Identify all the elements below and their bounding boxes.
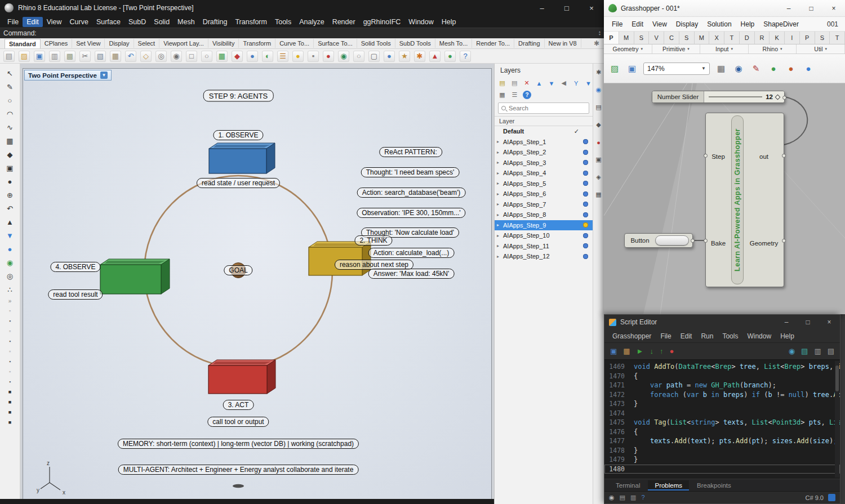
mini-tool-icon[interactable]: ▫ bbox=[5, 306, 15, 315]
toolbar-tab[interactable]: SubD Tools bbox=[395, 39, 435, 48]
menu-view[interactable]: View bbox=[43, 17, 66, 27]
gh-menu-shapediver[interactable]: ShapeDiver bbox=[759, 19, 803, 30]
button-output-nub[interactable] bbox=[691, 239, 695, 243]
menu-render[interactable]: Render bbox=[328, 17, 359, 27]
panel-grid-icon[interactable]: ▦ bbox=[594, 190, 603, 199]
menu-ggrhinoifc[interactable]: ggRhinoIFC bbox=[359, 17, 405, 27]
code-line[interactable]: 1471 var path = new GH_Path(branch); bbox=[604, 381, 840, 390]
layers-search-input[interactable] bbox=[509, 105, 576, 111]
gh-subcategory[interactable]: Geometry▾ bbox=[604, 44, 652, 53]
panel-gem-icon[interactable]: ◈ bbox=[594, 173, 603, 181]
code-line[interactable]: 1473} bbox=[604, 399, 840, 409]
se-tab-problems[interactable]: Problems bbox=[648, 480, 689, 490]
points-tool-icon[interactable]: ∴ bbox=[3, 283, 17, 296]
zoom-combo[interactable]: 147% ▼ bbox=[643, 63, 710, 75]
gh-component-tab[interactable]: M bbox=[695, 32, 710, 44]
menu-subd[interactable]: SubD bbox=[124, 17, 150, 27]
preview-shaded-icon[interactable]: ● bbox=[785, 63, 797, 75]
layer-row[interactable]: ▸AIApps_Step_5 bbox=[495, 179, 593, 189]
gumball-icon[interactable]: ● bbox=[247, 51, 258, 62]
toolbar-tab[interactable]: Drafting bbox=[514, 39, 545, 48]
gh-component-tab[interactable]: I bbox=[785, 32, 800, 44]
step-into-icon[interactable]: ↓ bbox=[650, 347, 653, 355]
material-sphere-icon[interactable]: ● bbox=[3, 243, 17, 255]
slider-grip[interactable] bbox=[775, 94, 781, 100]
mini-tool-icon[interactable]: ■ bbox=[5, 408, 15, 417]
layer-row[interactable]: ▸AIApps_Step_9 bbox=[495, 220, 593, 231]
layer-row[interactable]: ▸AIApps_Step_1 bbox=[495, 137, 593, 148]
code-line[interactable]: 1474 bbox=[604, 409, 840, 418]
output-geometry[interactable]: Geometry bbox=[750, 240, 779, 247]
run-icon[interactable]: ► bbox=[637, 347, 644, 355]
code-line[interactable]: 1477 texts.Add(text); pts.Add(pt); sizes… bbox=[604, 436, 840, 446]
slider-track[interactable]: 12 bbox=[704, 91, 784, 102]
panel-gear-icon[interactable]: ✱ bbox=[594, 68, 603, 77]
help-icon[interactable]: ? bbox=[641, 494, 644, 501]
toolbar-tab[interactable]: Standard bbox=[5, 39, 41, 48]
grid-view-icon[interactable]: ▦ bbox=[498, 91, 506, 99]
wand-icon[interactable]: ★ bbox=[399, 51, 410, 62]
viewport-layout-icon[interactable]: ▦ bbox=[216, 51, 228, 62]
se-menu-run[interactable]: Run bbox=[696, 331, 718, 341]
layer-row[interactable]: ▸AIApps_Step_2 bbox=[495, 147, 593, 158]
copy-icon[interactable]: ▧ bbox=[95, 51, 106, 62]
toolbar-tab[interactable]: Transform bbox=[239, 39, 275, 48]
lamp-icon[interactable]: ● bbox=[292, 51, 304, 62]
gh-component-tab[interactable]: K bbox=[770, 32, 785, 44]
layer-visibility-bulb-icon[interactable] bbox=[583, 212, 588, 217]
gh-component-tab[interactable]: M bbox=[619, 32, 634, 44]
zoom-window-icon[interactable]: ◉ bbox=[171, 51, 182, 62]
viewport[interactable]: z y x STEP 9: AGENTS1. OBSERVEread state… bbox=[23, 68, 492, 499]
list-view-icon[interactable]: ☰ bbox=[510, 91, 519, 99]
gh-subcategory[interactable]: Primitive▾ bbox=[652, 44, 701, 53]
minimize-icon[interactable]: – bbox=[777, 1, 800, 16]
funnel-icon[interactable]: ▼ bbox=[584, 79, 593, 87]
boolean-tool-icon[interactable]: ⊕ bbox=[3, 189, 17, 201]
split-horizontal-icon[interactable]: ▤ bbox=[828, 347, 834, 355]
gear-icon[interactable]: ✱ bbox=[414, 51, 425, 62]
toolbar-tab[interactable]: Visibility bbox=[208, 39, 239, 48]
watch-icon[interactable]: ◉ bbox=[789, 347, 795, 355]
bake-input-nub[interactable] bbox=[704, 239, 708, 243]
log-icon[interactable]: ▤ bbox=[620, 494, 625, 501]
gh-subcategory[interactable]: Util▾ bbox=[797, 44, 845, 53]
mini-tool-icon[interactable]: ■ bbox=[5, 418, 15, 427]
sphere-green-icon[interactable]: ● bbox=[444, 51, 456, 62]
number-slider-component[interactable]: Number Slider 12 bbox=[652, 91, 785, 103]
layers-search[interactable] bbox=[498, 102, 589, 114]
mini-tool-icon[interactable]: ■ bbox=[5, 387, 15, 396]
surface-tool-icon[interactable]: ▦ bbox=[3, 135, 17, 147]
open-document-icon[interactable]: ▨ bbox=[608, 63, 621, 75]
menu-window[interactable]: Window bbox=[404, 17, 437, 27]
pipe-tool-icon[interactable]: ◎ bbox=[3, 270, 17, 282]
help-icon[interactable]: ? bbox=[523, 91, 531, 99]
command-scroll-icon[interactable]: ▴▾ bbox=[599, 30, 601, 36]
gh-button-component[interactable]: Button bbox=[624, 233, 693, 248]
preview-icon[interactable]: ◉ bbox=[732, 63, 745, 75]
print-icon[interactable]: ▥ bbox=[49, 51, 60, 62]
zoom-defaults-icon[interactable]: ▦ bbox=[715, 63, 727, 75]
new-file-icon[interactable]: ▤ bbox=[3, 51, 15, 62]
render-icon[interactable]: ● bbox=[323, 51, 334, 62]
toolbar-tab[interactable]: CPlanes bbox=[41, 39, 73, 48]
code-line[interactable]: 1475void Tag(List<string> texts, List<Po… bbox=[604, 418, 840, 427]
layer-row[interactable]: ▸AIApps_Step_7 bbox=[495, 199, 593, 210]
sketch-icon[interactable]: ✎ bbox=[750, 63, 762, 75]
minimize-icon[interactable]: – bbox=[776, 315, 797, 329]
object-snap-icon[interactable]: ☰ bbox=[277, 51, 288, 62]
learn-apps-component[interactable]: Step Bake Learn AI-Powered Apps in Grass… bbox=[705, 113, 784, 287]
toolbar-tab[interactable]: New in V8 bbox=[545, 39, 581, 48]
gh-menu-file[interactable]: File bbox=[607, 19, 627, 30]
layer-visibility-bulb-icon[interactable] bbox=[583, 150, 588, 155]
menu-solid[interactable]: Solid bbox=[150, 17, 174, 27]
panel-display-icon[interactable]: ◆ bbox=[594, 121, 603, 129]
layer-visibility-bulb-icon[interactable] bbox=[583, 191, 588, 197]
layer-expander-icon[interactable]: ▸ bbox=[497, 233, 503, 238]
layer-row[interactable]: ▸AIApps_Step_6 bbox=[495, 189, 593, 199]
hatch-icon[interactable]: ▩ bbox=[64, 51, 75, 62]
scale-tool-icon[interactable]: ▲ bbox=[429, 51, 441, 62]
layer-expander-icon[interactable]: ▸ bbox=[497, 254, 503, 259]
layer-expander-icon[interactable]: ▸ bbox=[497, 150, 503, 155]
layer-expander-icon[interactable]: ▸ bbox=[497, 191, 503, 197]
layer-expander-icon[interactable]: ▸ bbox=[497, 243, 503, 248]
